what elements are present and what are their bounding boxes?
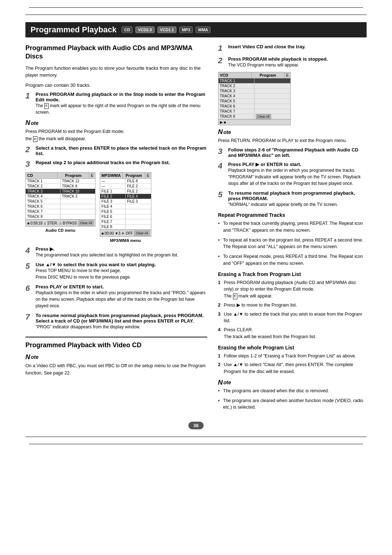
erase-track-step-1: 2 Press ▶ to move to the Program list.	[218, 302, 367, 309]
vcd-row-3: TRACK 4	[219, 94, 290, 99]
note2-bullet-1: The programs are cleared when another fu…	[218, 397, 367, 411]
intro-para1: The Program function enables you to stor…	[25, 65, 207, 79]
vcd-row-2: TRACK 3	[219, 89, 290, 94]
step5-sub1: Press TOP MENU to move to the next page.	[36, 268, 121, 273]
step1-bold: Press PROGRAM during playback or in the …	[36, 92, 205, 102]
intro-para2: Program can contain 30 tracks.	[25, 82, 207, 89]
cd-footer: ■ 0:58:18 ♫ STER. ♫ BYPASS Clear All	[26, 219, 95, 226]
mp3-col2: Program	[123, 173, 145, 178]
right-note1-box: Note Press RETURN, PROGRAM or PLAY to ex…	[218, 128, 367, 144]
cd-row-3: TRACK 4 TRACK 3	[26, 194, 95, 199]
step4-bold: Press ▶.	[36, 246, 55, 252]
erase-whole-step-1: 2 Use ▲/▼ to select "Clear All", then pr…	[218, 361, 367, 375]
cd-row-2: TRACK 3 TRACK 10	[26, 189, 95, 194]
cd-col1: CD	[26, 173, 58, 178]
mp3-col1: MP3/WMA	[100, 173, 123, 178]
vcd-note-content: On a Video CD with PBC, you must set PBC…	[25, 362, 207, 377]
erase-track-step-2: 3 Use ▲/▼ to select the track that you w…	[218, 311, 367, 325]
erase-track-list: 1 Press PROGRAM during playback (Audio C…	[218, 279, 367, 340]
step-6: 6 Press PLAY or ENTER to start. Playback…	[25, 284, 207, 309]
right-step-2: 2 Press PROGRAM while playback is stoppe…	[218, 56, 367, 68]
step4-sub: The programmed track you selected last i…	[36, 252, 179, 258]
mp3-clear-btn: Clear All	[134, 231, 150, 236]
page-title: Programmed Playback	[30, 25, 117, 35]
vcd-footer: ▶ ■	[219, 119, 290, 125]
step2-bold: Select a track, then press ENTER to plac…	[36, 145, 206, 156]
cd-menu-label: Audio CD menu	[25, 228, 95, 232]
vcd-row-6: TRACK 7	[219, 109, 290, 114]
vcd-section-title: Programmed Playback with Video CD	[25, 341, 207, 349]
vcd-col-e: E	[284, 72, 290, 78]
mp3-row-4: FILE 3 FILE 3	[100, 199, 151, 204]
right-step-1: 1 Insert Video CD and close the tray.	[218, 44, 367, 53]
page-footer: 36	[25, 422, 367, 429]
vcd-row-4: TRACK 5	[219, 99, 290, 104]
right-column: 1 Insert Video CD and close the tray. 2 …	[218, 44, 367, 414]
note-box-1: Note Press PROGRAM to exit the Program E…	[25, 119, 207, 142]
vcd-row-1: TRACK 2	[219, 84, 290, 89]
step-2: 2 Select a track, then press ENTER to pl…	[25, 145, 207, 156]
right-note1-content: Press RETURN, PROGRAM or PLAY to exit th…	[218, 137, 367, 144]
left-column: Programmed Playback with Audio CDs and M…	[25, 44, 207, 414]
left-section-title: Programmed Playback with Audio CDs and M…	[25, 44, 207, 61]
repeat-bullet-2: To cancel Repeat mode, press REPEAT a th…	[218, 253, 367, 267]
erase-whole-title: Erasing the whole Program List	[218, 345, 367, 351]
badge-cd: CD	[122, 27, 132, 33]
cd-row-6: TRACK 7	[26, 209, 95, 214]
vcd-row-5: TRACK 6	[219, 104, 290, 109]
mp3-row-1: — FILE 2	[100, 184, 151, 189]
erase-whole-step-0: 1 Follow steps 1-2 of "Erasing a Track f…	[218, 353, 367, 360]
page-number: 36	[188, 422, 204, 429]
mp3-row-3: FILE 2 FILE 4	[100, 194, 151, 199]
step5-bold: Use ▲/▼ to select the track you want to …	[36, 262, 156, 267]
mp3-footer: ■ 00:00 ▼3 ☀ OFF Clear All	[100, 230, 151, 236]
right-step-4: 4 Press PLAY ▶ or ENTER to start. Playba…	[218, 162, 367, 187]
cd-row-0: TRACK 1 TRACK 12	[26, 179, 95, 184]
note2-bullet-0: The programs are cleared when the disc i…	[218, 388, 367, 394]
vcd-note-box: Note On a Video CD with PBC, you must se…	[25, 353, 207, 377]
step1-sub: The E mark will appear to the right of t…	[36, 102, 207, 116]
mp3-col-e: E	[145, 173, 151, 178]
right-note2-content: The programs are cleared when the disc i…	[218, 388, 367, 411]
mp3-menu-wrapper: MP3/WMA Program E — FILE 8 — FILE 2	[100, 172, 151, 243]
menu-screens: CD Program E TRACK 1 TRACK 12 TRACK 2 TR…	[25, 172, 207, 243]
rstep5-sub: "NORMAL" indicator will appear briefly o…	[228, 202, 338, 207]
vcd-col1: VCD	[219, 72, 252, 78]
cd-col-e: E	[89, 173, 95, 178]
right-step-5: 5 To resume normal playback from program…	[218, 190, 367, 208]
badge-wma: WMA	[196, 27, 211, 33]
mp3-row-9: FILE 8	[100, 224, 151, 230]
rstep4-sub: Playback begins in the order in which yo…	[228, 168, 361, 186]
rstep4-bold: Press PLAY ▶ or ENTER to start.	[228, 162, 301, 167]
mp3-row-7: FILE 6	[100, 214, 151, 219]
rstep3-bold: Follow steps 2-6 of "Programmed Playback…	[228, 147, 359, 158]
step-5: 5 Use ▲/▼ to select the track you want t…	[25, 262, 207, 280]
page-header: Programmed Playback CD VCD2.0 VCD1.1 MP3…	[25, 22, 367, 37]
badge-vcd20: VCD2.0	[135, 27, 155, 33]
erase-track-step-3: 4 Press CLEAR.The track will be erased f…	[218, 327, 367, 340]
mp3-row-5: FILE 4	[100, 204, 151, 209]
repeat-tracks-title: Repeat Programmed Tracks	[218, 212, 367, 218]
vcd-row-0: TRACK 1	[219, 78, 290, 84]
step6-sub: Playback begins in the order in which yo…	[36, 290, 205, 308]
vcd-row-7: TRACK 8 Clear All	[219, 114, 290, 119]
badge-vcd11: VCD1.1	[158, 27, 177, 33]
step-3: 3 Repeat step 2 to place additional trac…	[25, 160, 207, 169]
mp3-row-0: — FILE 8	[100, 179, 151, 184]
step-1: 1 Press PROGRAM during playback or in th…	[25, 92, 207, 116]
step6-bold: Press PLAY or ENTER to start.	[36, 284, 104, 289]
repeat-tracks-list: To repeat the track currently playing, p…	[218, 220, 367, 267]
cd-row-5: TRACK 6	[26, 204, 95, 209]
vcd-col2: Program	[252, 72, 284, 78]
right-step-3: 3 Follow steps 2-6 of "Programmed Playba…	[218, 147, 367, 158]
repeat-bullet-0: To repeat the track currently playing, p…	[218, 220, 367, 234]
erase-track-step-0: 1 Press PROGRAM during playback (Audio C…	[218, 279, 367, 300]
note1-content: Press PROGRAM to exit the Program Edit m…	[25, 128, 207, 142]
step5-sub2: Press DISC MENU to move to the previous …	[36, 275, 131, 280]
step7-sub: "PROG" indicator disappears from the dis…	[36, 324, 140, 329]
cd-row-7: TRACK 8	[26, 214, 95, 219]
step3-bold: Repeat step 2 to place additional tracks…	[36, 160, 170, 165]
rstep2-sub: The VCD Program menu will appear.	[228, 62, 299, 68]
repeat-bullet-1: To repeat all tracks on the program list…	[218, 237, 367, 251]
step7-bold: To resume normal playback from programme…	[36, 313, 204, 324]
